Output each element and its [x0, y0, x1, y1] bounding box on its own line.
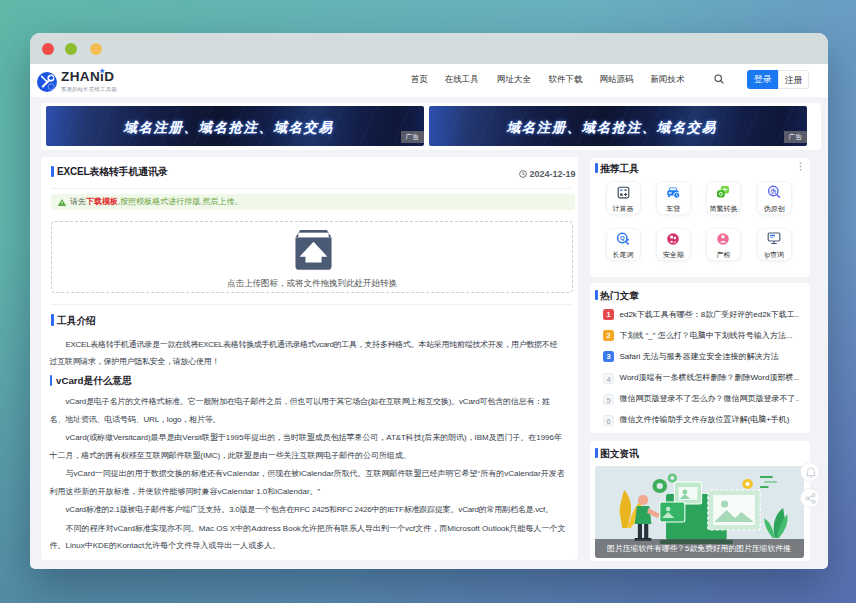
svg-text:伪: 伪: [770, 188, 777, 195]
svg-text:Q: Q: [620, 235, 625, 241]
